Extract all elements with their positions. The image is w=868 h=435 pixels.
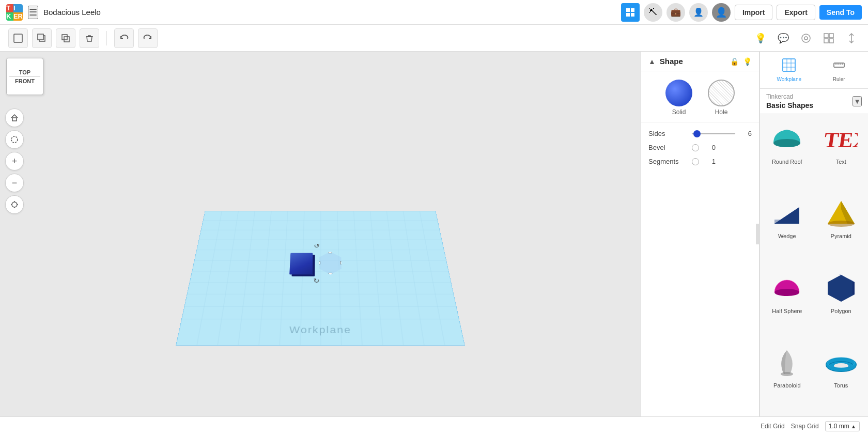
profile-button[interactable]: 👤: [712, 3, 731, 22]
zoom-out-button[interactable]: −: [5, 174, 24, 192]
snap-grid-value[interactable]: 1.0 mm ▲: [825, 421, 860, 431]
shape-item-round-roof[interactable]: Round Roof: [760, 116, 814, 191]
import-button[interactable]: Import: [735, 5, 773, 20]
solid-option[interactable]: Solid: [665, 80, 692, 116]
torus-svg: [825, 346, 858, 379]
svg-point-65: [774, 289, 799, 296]
workplane-grid[interactable]: ↺ ↻ Workplane: [176, 211, 465, 346]
handle-bc[interactable]: [329, 273, 332, 276]
wedge-thumbnail: [770, 197, 803, 230]
duplicate-tool[interactable]: [32, 28, 52, 48]
hole-label: Hole: [715, 108, 728, 116]
comment-icon[interactable]: 💬: [775, 30, 792, 46]
rotate-top-handle[interactable]: ↺: [314, 243, 319, 249]
shape-panel-collapse-handle[interactable]: ›: [756, 224, 760, 244]
edit-grid-button[interactable]: Edit Grid: [761, 423, 785, 430]
grid-toggle-icon[interactable]: [820, 30, 837, 46]
app-logo[interactable]: T I K ER: [6, 4, 23, 21]
workplane-lib-button[interactable]: Workplane: [765, 56, 813, 84]
svg-line-42: [370, 211, 383, 345]
zoom-in-button[interactable]: +: [5, 152, 24, 170]
round-roof-svg: [770, 122, 803, 156]
shape-item-polygon[interactable]: Polygon: [814, 266, 869, 340]
new-shape-tool[interactable]: [8, 28, 28, 48]
undo-tool[interactable]: [114, 28, 134, 48]
workplane-label: Workplane: [289, 324, 352, 336]
workplane-container[interactable]: ↺ ↻ Workplane: [176, 160, 465, 346]
camera-icon[interactable]: [798, 30, 814, 46]
handle-tr[interactable]: [340, 251, 344, 253]
shape-item-wedge[interactable]: Wedge: [760, 191, 814, 265]
grid-view-button[interactable]: [621, 3, 640, 22]
svg-line-41: [354, 211, 362, 345]
solid-cube-shape[interactable]: [289, 253, 313, 275]
copy-tool[interactable]: [56, 28, 75, 48]
rotate-button[interactable]: [5, 130, 24, 149]
svg-line-44: [403, 211, 424, 345]
briefcase-button[interactable]: 💼: [667, 3, 685, 22]
svg-marker-68: [853, 282, 855, 294]
menu-button[interactable]: ☰: [28, 6, 38, 19]
bevel-dot[interactable]: [692, 144, 699, 151]
home-view-button[interactable]: [5, 108, 24, 127]
svg-line-37: [280, 211, 288, 345]
shape-item-torus[interactable]: Torus: [814, 340, 869, 414]
snap-grid-text: 1.0 mm: [829, 423, 849, 430]
view-cube-top-label[interactable]: TOP: [19, 68, 30, 76]
panel-light-icon[interactable]: 💡: [743, 57, 752, 66]
selected-shape[interactable]: [318, 252, 343, 274]
handle-br[interactable]: [340, 273, 344, 276]
duplicate-icon: [37, 33, 47, 43]
export-button[interactable]: Export: [777, 5, 815, 20]
svg-rect-6: [38, 34, 43, 40]
torus-thumbnail: [825, 346, 858, 379]
panel-lock-icon[interactable]: 🔒: [730, 57, 739, 66]
shape-item-pyramid[interactable]: Pyramid: [814, 191, 869, 265]
sendto-button[interactable]: Send To: [819, 5, 862, 20]
handle-tc[interactable]: [328, 251, 332, 253]
hole-circle[interactable]: [708, 80, 735, 106]
svg-line-43: [387, 211, 404, 345]
segments-dot[interactable]: [692, 158, 699, 165]
shape-panel-header: ▲ Shape 🔒 💡: [641, 52, 759, 71]
ruler-lib-button[interactable]: Ruler: [815, 56, 863, 84]
svg-text:TEXT: TEXT: [825, 128, 858, 152]
svg-rect-8: [64, 37, 69, 42]
sides-slider[interactable]: [692, 133, 735, 134]
category-label: Tinkercad: [766, 93, 853, 100]
shape-panel: ▲ Shape 🔒 💡 Solid Hole Sides 6: [641, 52, 760, 416]
ruler-lib-icon: [832, 58, 846, 75]
solid-circle[interactable]: [665, 80, 692, 106]
fit-view-button[interactable]: [5, 195, 24, 214]
view-cube[interactable]: TOP FRONT: [6, 58, 43, 99]
viewport[interactable]: TOP FRONT + −: [0, 52, 641, 416]
shape-item-half-sphere[interactable]: Half Sphere: [760, 266, 814, 340]
handle-tl[interactable]: [317, 251, 320, 253]
segments-prop-row: Segments 1: [648, 158, 752, 165]
shape-item-paraboloid[interactable]: Paraboloid: [760, 340, 814, 414]
svg-line-38: [300, 211, 304, 345]
shape-panel-title: Shape: [660, 57, 726, 66]
bevel-label: Bevel: [648, 144, 688, 151]
sides-label: Sides: [648, 130, 688, 137]
add-user-button[interactable]: 👤: [689, 3, 708, 22]
hole-option[interactable]: Hole: [708, 80, 735, 116]
handle-bl[interactable]: [317, 273, 320, 276]
svg-rect-12: [829, 34, 833, 38]
snap-grid-dropdown-icon: ▲: [851, 424, 856, 429]
view-cube-front-label[interactable]: FRONT: [15, 77, 35, 85]
delete-tool[interactable]: [80, 28, 99, 48]
rotate-bottom-handle[interactable]: ↻: [313, 277, 319, 285]
pickaxe-button[interactable]: ⛏: [644, 3, 662, 22]
redo-icon: [143, 33, 153, 43]
topbar: T I K ER ☰ Bodacious Leelo ⛏ 💼 👤 👤 Impor…: [0, 0, 868, 25]
handle-ml[interactable]: [317, 261, 320, 265]
redo-tool[interactable]: [138, 28, 158, 48]
light-icon[interactable]: 💡: [752, 30, 769, 46]
category-dropdown-button[interactable]: ▼: [853, 96, 862, 106]
shape-item-text[interactable]: TEXT Text: [814, 116, 869, 191]
handle-mr[interactable]: [340, 261, 344, 265]
panel-collapse-button[interactable]: ▲: [648, 57, 656, 66]
align-icon[interactable]: [843, 30, 860, 46]
toolbar: 💡 💬: [0, 25, 868, 52]
